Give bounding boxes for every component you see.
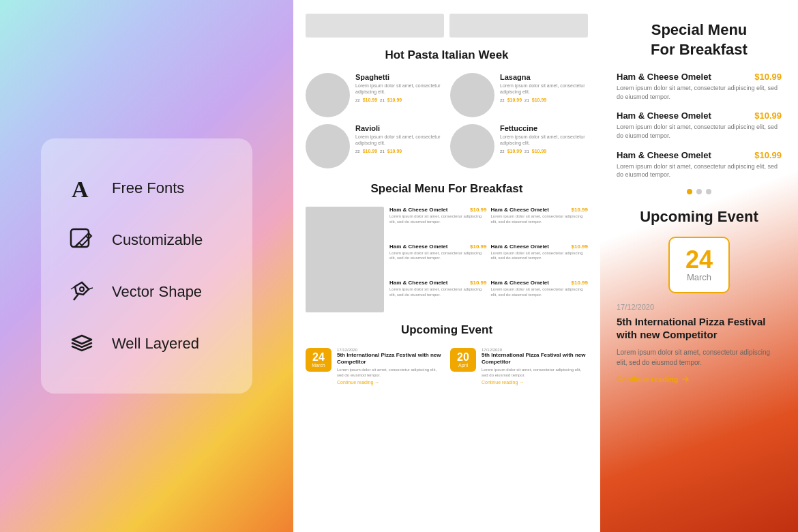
- event-info-0: 17/12/2020 5th International Pizza Festi…: [337, 348, 443, 385]
- svg-line-7: [89, 288, 93, 289]
- breakfast-image: [306, 207, 384, 312]
- right-menu-item-0: Ham & Cheese Omelet $10.99 Lorem ipsum d…: [617, 72, 782, 101]
- doc-thumbnails: [306, 14, 588, 38]
- middle-panel: Hot Pasta Italian Week Spaghetti Lorem i…: [293, 0, 600, 532]
- event-desc-0: Lorem ipsum dolor sit amet, consectetur …: [337, 368, 443, 379]
- dot-2: [696, 189, 702, 194]
- right-menu-item-1: Ham & Cheese Omelet $10.99 Lorem ipsum d…: [617, 110, 782, 140]
- menu-document: Hot Pasta Italian Week Spaghetti Lorem i…: [293, 0, 600, 532]
- layers-icon: [68, 330, 95, 357]
- event-month-1: April: [456, 363, 471, 368]
- event-title-0: 5th International Pizza Festival with ne…: [337, 352, 443, 366]
- dots-row: [617, 189, 782, 194]
- feature-well-layered: Well Layered: [68, 318, 225, 370]
- feature-customizable: Customizable: [68, 214, 225, 266]
- pasta-item-1: Lasagna Lorem ipsum dolor sit amet, cons…: [450, 73, 588, 117]
- upcoming-section-title: Upcoming Event: [306, 323, 588, 337]
- event-date-num-1: 20: [456, 352, 471, 363]
- breakfast-item-0: Ham & Cheese Omelet $10.99 Lorem ipsum d…: [389, 207, 487, 239]
- pen-icon: [68, 278, 95, 306]
- pasta-desc-2: Lorem ipsum dolor sit amet, consectetur …: [355, 134, 443, 146]
- vector-shape-label: Vector Shape: [112, 283, 202, 301]
- pasta-item-3: Fettuccine Lorem ipsum dolor sit amet, c…: [450, 124, 588, 168]
- breakfast-items: Ham & Cheese Omelet $10.99 Lorem ipsum d…: [389, 207, 588, 312]
- thumb-2: [449, 14, 588, 38]
- breakfast-section-title: Special Menu For Breakfast: [306, 182, 588, 196]
- right-event-date-label: 17/12/2020: [617, 303, 782, 311]
- pasta-image-0: [306, 73, 350, 117]
- pasta-desc-1: Lorem ipsum dolor sit amet, consectetur …: [500, 83, 588, 95]
- event-date-box-0: 24 March: [306, 348, 331, 372]
- pasta-image-2: [306, 124, 350, 168]
- event-title-1: 5th International Pizza Festival with ne…: [482, 352, 588, 366]
- feature-vector-shape: Vector Shape: [68, 266, 225, 318]
- pasta-prices-3: 22 $10.99 21 $10.99: [500, 149, 588, 153]
- pasta-item-2: Ravioli Lorem ipsum dolor sit amet, cons…: [306, 124, 443, 168]
- event-link-0[interactable]: Continue reading →: [337, 380, 443, 385]
- event-date-box-1: 20 April: [450, 348, 476, 372]
- event-desc-1: Lorem ipsum dolor sit amet, consectetur …: [482, 368, 588, 379]
- dot-3: [706, 189, 711, 194]
- event-month-0: March: [311, 363, 326, 368]
- dot-1: [687, 189, 692, 194]
- breakfast-item-4: Ham & Cheese Omelet $10.99 Lorem ipsum d…: [389, 280, 487, 312]
- pasta-name-0: Spaghetti: [355, 73, 443, 81]
- pasta-image-3: [450, 124, 494, 168]
- free-fonts-label: Free Fonts: [112, 179, 184, 197]
- left-panel: A Free Fonts Customizable: [0, 0, 293, 532]
- pasta-info-3: Fettuccine Lorem ipsum dolor sit amet, c…: [500, 124, 588, 153]
- right-panel: Special MenuFor Breakfast Ham & Cheese O…: [600, 0, 798, 532]
- pasta-info-1: Lasagna Lorem ipsum dolor sit amet, cons…: [500, 73, 588, 102]
- event-link-1[interactable]: Continue reading →: [482, 380, 588, 385]
- svg-line-6: [71, 286, 75, 289]
- event-0: 24 March 17/12/2020 5th International Pi…: [306, 348, 443, 385]
- upcoming-section: Upcoming Event 24 March 17/12/2020 5th I…: [306, 323, 588, 385]
- edit-icon: [68, 226, 95, 254]
- right-date-month: March: [679, 272, 719, 282]
- breakfast-item-2: Ham & Cheese Omelet $10.99 Lorem ipsum d…: [389, 243, 487, 276]
- svg-point-4: [80, 287, 84, 291]
- pasta-info-0: Spaghetti Lorem ipsum dolor sit amet, co…: [355, 73, 443, 102]
- right-breakfast-title: Special MenuFor Breakfast: [617, 20, 782, 59]
- right-event-title: 5th International Pizza Festival with ne…: [617, 315, 782, 342]
- pasta-prices-0: 22 $10.99 21 $10.99: [355, 98, 443, 102]
- pasta-desc-0: Lorem ipsum dolor sit amet, consectetur …: [355, 83, 443, 95]
- svg-line-5: [74, 294, 78, 300]
- customizable-label: Customizable: [112, 231, 203, 249]
- pasta-image-1: [450, 73, 494, 117]
- well-layered-label: Well Layered: [112, 335, 199, 353]
- right-menu-item-2: Ham & Cheese Omelet $10.99 Lorem ipsum d…: [617, 150, 782, 179]
- pasta-desc-3: Lorem ipsum dolor sit amet, consectetur …: [500, 134, 588, 146]
- feature-free-fonts: A Free Fonts: [68, 162, 225, 214]
- upcoming-events: 24 March 17/12/2020 5th International Pi…: [306, 348, 588, 385]
- font-icon: A: [68, 175, 95, 202]
- pasta-name-3: Fettuccine: [500, 124, 588, 132]
- pasta-item-0: Spaghetti Lorem ipsum dolor sit amet, co…: [306, 73, 443, 117]
- right-upcoming-title: Upcoming Event: [617, 208, 782, 226]
- pasta-section-title: Hot Pasta Italian Week: [306, 48, 588, 62]
- right-continue-reading[interactable]: Continue reading: [617, 374, 782, 384]
- pasta-info-2: Ravioli Lorem ipsum dolor sit amet, cons…: [355, 124, 443, 153]
- features-card: A Free Fonts Customizable: [41, 138, 252, 394]
- pasta-name-2: Ravioli: [355, 124, 443, 132]
- pasta-prices-1: 22 $10.99 21 $10.99: [500, 98, 588, 102]
- right-event-desc: Lorem ipsum dolor sit amet, consectetur …: [617, 347, 782, 368]
- breakfast-grid: Ham & Cheese Omelet $10.99 Lorem ipsum d…: [306, 207, 588, 312]
- pasta-name-1: Lasagna: [500, 73, 588, 81]
- svg-text:A: A: [72, 177, 89, 201]
- arrow-right-icon: [681, 374, 690, 384]
- breakfast-item-5: Ham & Cheese Omelet $10.99 Lorem ipsum d…: [491, 280, 589, 312]
- breakfast-item-3: Ham & Cheese Omelet $10.99 Lorem ipsum d…: [491, 243, 589, 276]
- breakfast-section: Special Menu For Breakfast Ham & Cheese …: [306, 182, 588, 312]
- pasta-grid: Spaghetti Lorem ipsum dolor sit amet, co…: [306, 73, 588, 168]
- event-info-1: 17/12/2020 5th International Pizza Festi…: [482, 348, 588, 385]
- event-1: 20 April 17/12/2020 5th International Pi…: [450, 348, 588, 385]
- pasta-prices-2: 22 $10.99 21 $10.99: [355, 149, 443, 153]
- right-date-num: 24: [679, 248, 719, 272]
- right-date-box: 24 March: [668, 237, 730, 293]
- breakfast-item-1: Ham & Cheese Omelet $10.99 Lorem ipsum d…: [491, 207, 589, 239]
- thumb-1: [306, 14, 444, 38]
- event-date-num-0: 24: [311, 352, 326, 363]
